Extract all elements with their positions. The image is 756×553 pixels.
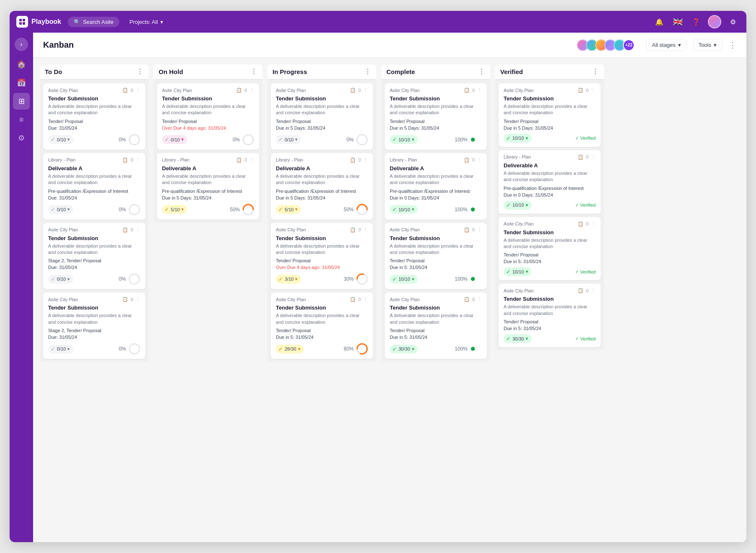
card-inprogress-3[interactable]: Asite City Plan 📋 0 ⋮ Tender Submission … [271, 292, 373, 359]
card-verified-2[interactable]: Asite City Plan 📋 0 ⋮ Tender Submission … [499, 217, 601, 281]
card-project: Asite City Plan 📋 0 ⋮ [504, 221, 596, 227]
card-due: Due in 5 Days: 31/05/24 [276, 125, 368, 131]
more-icon[interactable]: ⋮ [136, 157, 140, 163]
progress-pill[interactable]: ✓ 30/30 ▾ [390, 345, 418, 353]
progress-pill[interactable]: ✓ 10/10 ▾ [504, 134, 532, 143]
card-stage: Tender/ Proposal [48, 119, 140, 124]
card-complete-1[interactable]: Library - Plan 📋 0 ⋮ Deliverable A A del… [385, 153, 487, 220]
card-project: Asite City Plan 📋 0 ⋮ [276, 87, 368, 93]
progress-pill[interactable]: ✓ 0/10 ▾ [162, 135, 187, 144]
projects-dropdown[interactable]: Projects: All ▾ [129, 19, 163, 25]
stages-dropdown[interactable]: All stages ▾ [646, 39, 686, 51]
search-bar[interactable]: 🔍 Search Asite [68, 17, 119, 27]
more-icon[interactable]: ⋮ [249, 87, 254, 93]
progress-pill[interactable]: ✓ 0/10 ▾ [48, 205, 73, 214]
progress-pill[interactable]: ✓ 5/10 ▾ [276, 205, 301, 214]
card-todo-2[interactable]: Asite City Plan 📋 0 ⋮ Tender Submission … [43, 223, 145, 289]
sidebar-item-list[interactable]: ≡ [13, 111, 30, 128]
card-inprogress-0[interactable]: Asite City Plan 📋 0 ⋮ Tender Submission … [271, 83, 373, 150]
card-due: Due: 31/05/24 [48, 125, 140, 131]
card-verified-0[interactable]: Asite City Plan 📋 0 ⋮ Tender Submission … [499, 83, 601, 147]
check-icon: ✓ [392, 136, 397, 143]
tools-dropdown[interactable]: Tools ▾ [693, 39, 722, 51]
card-project: Library - Plan 📋 0 ⋮ [162, 157, 254, 163]
attachment-icon: 📋 [122, 297, 128, 302]
more-icon[interactable]: ⋮ [477, 227, 482, 233]
sidebar-item-calendar[interactable]: 📅 [13, 74, 30, 91]
col-more-menu[interactable]: ⋮ [136, 68, 144, 76]
progress-pill[interactable]: ✓ 0/10 ▾ [276, 135, 301, 144]
progress-pill[interactable]: ✓ 0/10 ▾ [48, 135, 73, 144]
more-icon[interactable]: ⋮ [363, 157, 368, 163]
card-stage: Stage 2, Tender/ Proposal [48, 328, 140, 333]
card-due: Due in 5 Days: 31/05/24 [390, 125, 482, 131]
card-footer: ✓ 28/30 ▾ 80% [276, 343, 368, 355]
more-icon[interactable]: ⋮ [363, 87, 368, 93]
chevron-down-icon: ▾ [526, 336, 528, 341]
progress-pill[interactable]: ✓ 0/10 ▾ [48, 275, 73, 284]
sidebar-item-home[interactable]: 🏠 [13, 56, 30, 73]
card-project: Asite City Plan 📋 0 ⋮ [390, 227, 482, 233]
card-onhold-0[interactable]: Asite City Plan 📋 0 ⋮ Tender Submission … [157, 83, 259, 150]
more-icon[interactable]: ⋮ [136, 87, 140, 93]
progress-pill[interactable]: ✓ 10/10 ▾ [390, 205, 418, 214]
settings-icon[interactable]: ⚙ [726, 15, 740, 28]
card-complete-2[interactable]: Asite City Plan 📋 0 ⋮ Tender Submission … [385, 223, 487, 289]
more-icon[interactable]: ⋮ [477, 297, 482, 302]
more-icon[interactable]: ⋮ [477, 157, 482, 163]
progress-pill[interactable]: ✓ 10/10 ▾ [390, 275, 418, 284]
more-icon[interactable]: ⋮ [363, 227, 368, 233]
card-todo-0[interactable]: Asite City Plan 📋 0 ⋮ Tender Submission … [43, 83, 145, 150]
card-todo-3[interactable]: Asite City Plan 📋 0 ⋮ Tender Submission … [43, 292, 145, 359]
progress-pill[interactable]: ✓ 0/10 ▾ [48, 345, 73, 353]
card-meta: 📋 0 ⋮ [236, 157, 254, 163]
card-verified-3[interactable]: Asite City Plan 📋 0 ⋮ Tender Submission … [499, 284, 601, 347]
more-icon[interactable]: ⋮ [591, 87, 596, 93]
col-more-menu[interactable]: ⋮ [478, 68, 485, 76]
more-icon[interactable]: ⋮ [136, 297, 140, 302]
attachment-count: 0 [244, 157, 247, 162]
progress-pill[interactable]: ✓ 10/10 ▾ [504, 201, 532, 210]
more-icon[interactable]: ⋮ [591, 154, 596, 160]
progress-pill[interactable]: ✓ 28/30 ▾ [276, 345, 304, 353]
app-logo[interactable]: Playbook [16, 16, 61, 28]
pill-text: 10/10 [399, 137, 410, 142]
card-onhold-1[interactable]: Library - Plan 📋 0 ⋮ Deliverable A A del… [157, 153, 259, 220]
card-inprogress-2[interactable]: Asite City Plan 📋 0 ⋮ Tender Submission … [271, 223, 373, 289]
header-more-menu[interactable]: ⋮ [729, 41, 736, 50]
more-icon[interactable]: ⋮ [591, 221, 596, 227]
attachment-icon: 📋 [236, 157, 242, 163]
more-icon[interactable]: ⋮ [477, 87, 482, 93]
complete-circle-icon: ● [470, 273, 476, 284]
verified-check-icon: ✓ [575, 136, 579, 141]
card-verified-1[interactable]: Library - Plan 📋 0 ⋮ Deliverable A A del… [499, 150, 601, 214]
sidebar-item-kanban[interactable]: ⊞ [13, 93, 30, 110]
help-icon[interactable]: ❓ [689, 15, 703, 28]
card-complete-3[interactable]: Asite City Plan 📋 0 ⋮ Tender Submission … [385, 292, 487, 359]
card-inprogress-1[interactable]: Library - Plan 📋 0 ⋮ Deliverable A A del… [271, 153, 373, 220]
col-more-menu[interactable]: ⋮ [592, 68, 599, 76]
more-icon[interactable]: ⋮ [249, 157, 254, 163]
card-due: Due in 0 Days: 31/05/24 [390, 195, 482, 200]
progress-pill[interactable]: ✓ 30/30 ▾ [504, 334, 532, 343]
card-complete-0[interactable]: Asite City Plan 📋 0 ⋮ Tender Submission … [385, 83, 487, 150]
progress-pill[interactable]: ✓ 5/10 ▾ [162, 205, 187, 214]
col-more-menu[interactable]: ⋮ [364, 68, 371, 76]
card-todo-1[interactable]: Library - Plan 📋 0 ⋮ Deliverable A A del… [43, 153, 145, 220]
progress-circle [356, 273, 368, 285]
col-more-menu[interactable]: ⋮ [250, 68, 257, 76]
progress-pill[interactable]: ✓ 10/10 ▾ [504, 267, 532, 276]
notification-bell[interactable]: 🔔 [653, 15, 666, 28]
sidebar-toggle[interactable]: › [15, 38, 28, 51]
more-icon[interactable]: ⋮ [363, 297, 368, 302]
more-icon[interactable]: ⋮ [591, 288, 596, 293]
sidebar-item-settings[interactable]: ⚙ [13, 130, 30, 146]
card-pct: 0% [119, 273, 140, 285]
column-complete: Complete ⋮ Asite City Plan 📋 0 ⋮ Tender … [381, 64, 490, 535]
language-flag[interactable]: 🇬🇧 [671, 15, 684, 28]
card-project: Asite City Plan 📋 0 ⋮ [276, 297, 368, 302]
progress-pill[interactable]: ✓ 10/10 ▾ [390, 135, 418, 144]
progress-pill[interactable]: ✓ 3/10 ▾ [276, 275, 301, 284]
more-icon[interactable]: ⋮ [136, 227, 140, 233]
user-avatar[interactable] [708, 15, 721, 28]
